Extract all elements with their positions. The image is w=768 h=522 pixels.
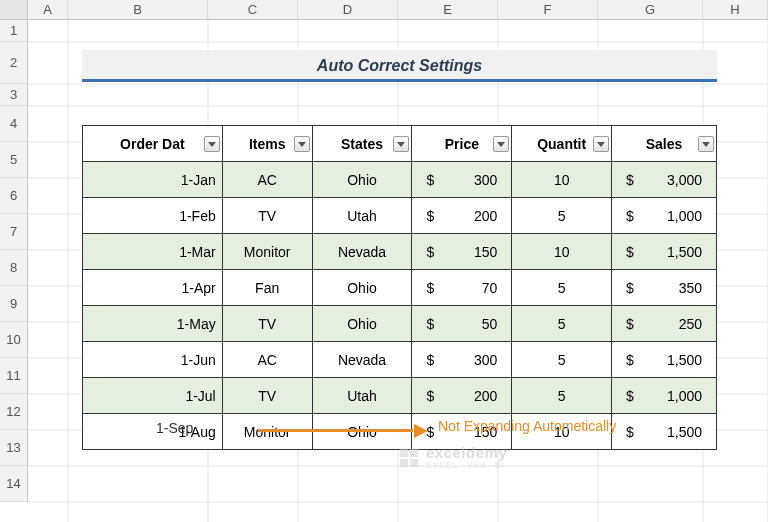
cell-item[interactable]: AC: [222, 342, 312, 378]
watermark-sub: EXCEL · VBA · BI: [426, 461, 507, 470]
table-row[interactable]: 1-MarMonitorNevada$15010$1,500: [83, 234, 717, 270]
filter-button[interactable]: [698, 136, 714, 152]
cell-qty[interactable]: 5: [512, 378, 612, 414]
cell-date[interactable]: 1-Jan: [83, 162, 223, 198]
sheet-area[interactable]: Auto Correct Settings Order Dat Items St…: [28, 20, 768, 502]
row-header-8[interactable]: 8: [0, 250, 27, 286]
row-header-3[interactable]: 3: [0, 84, 27, 106]
column-header-G[interactable]: G: [598, 0, 703, 19]
note-text: Not Expanding Autometically: [438, 418, 616, 434]
table-row[interactable]: 1-JanACOhio$30010$3,000: [83, 162, 717, 198]
cell-sales[interactable]: $1,500: [612, 342, 717, 378]
filter-button[interactable]: [294, 136, 310, 152]
row-header-9[interactable]: 9: [0, 286, 27, 322]
cell-state[interactable]: Nevada: [312, 342, 412, 378]
cell-price[interactable]: $200: [412, 378, 512, 414]
select-all-corner[interactable]: [0, 0, 28, 19]
cell-item[interactable]: TV: [222, 198, 312, 234]
cell-state[interactable]: Ohio: [312, 162, 412, 198]
row-header-14[interactable]: 14: [0, 466, 27, 502]
cell-state[interactable]: Ohio: [312, 270, 412, 306]
row-header-13[interactable]: 13: [0, 430, 27, 466]
cell-qty[interactable]: 5: [512, 342, 612, 378]
cell-sales[interactable]: $1,000: [612, 198, 717, 234]
cell-date[interactable]: 1-May: [83, 306, 223, 342]
header-states[interactable]: States: [312, 126, 412, 162]
cell-price[interactable]: $300: [412, 162, 512, 198]
cell-price[interactable]: $50: [412, 306, 512, 342]
table-row[interactable]: 1-JulTVUtah$2005$1,000: [83, 378, 717, 414]
filter-button[interactable]: [393, 136, 409, 152]
column-header-D[interactable]: D: [298, 0, 398, 19]
column-header-H[interactable]: H: [703, 0, 768, 19]
header-label: Order Dat: [120, 136, 185, 152]
header-label: Sales: [646, 136, 683, 152]
cell-item[interactable]: TV: [222, 378, 312, 414]
cell-date[interactable]: 1-Mar: [83, 234, 223, 270]
cell-sales[interactable]: $1,000: [612, 378, 717, 414]
cell-qty[interactable]: 5: [512, 270, 612, 306]
column-header-E[interactable]: E: [398, 0, 498, 19]
cell-date[interactable]: 1-Jun: [83, 342, 223, 378]
cell-state[interactable]: Utah: [312, 378, 412, 414]
table-row[interactable]: 1-MayTVOhio$505$250: [83, 306, 717, 342]
extra-date-cell[interactable]: 1-Sep: [156, 420, 193, 436]
row-header-1[interactable]: 1: [0, 20, 27, 42]
header-sales[interactable]: Sales: [612, 126, 717, 162]
table-row[interactable]: 1-AprFanOhio$705$350: [83, 270, 717, 306]
row-header-7[interactable]: 7: [0, 214, 27, 250]
column-header-C[interactable]: C: [208, 0, 298, 19]
row-header-6[interactable]: 6: [0, 178, 27, 214]
cell-sales[interactable]: $250: [612, 306, 717, 342]
cell-price[interactable]: $300: [412, 342, 512, 378]
cell-price[interactable]: $200: [412, 198, 512, 234]
watermark-icon: [398, 447, 420, 469]
cell-state[interactable]: Nevada: [312, 234, 412, 270]
filter-button[interactable]: [493, 136, 509, 152]
row-header-12[interactable]: 12: [0, 394, 27, 430]
cell-qty[interactable]: 5: [512, 306, 612, 342]
header-items[interactable]: Items: [222, 126, 312, 162]
cell-qty[interactable]: 10: [512, 234, 612, 270]
filter-button[interactable]: [593, 136, 609, 152]
row-header-2[interactable]: 2: [0, 42, 27, 84]
svg-rect-24: [400, 459, 408, 467]
cell-sales[interactable]: $3,000: [612, 162, 717, 198]
cell-date[interactable]: 1-Aug: [83, 414, 223, 450]
cell-sales[interactable]: $1,500: [612, 234, 717, 270]
cell-state[interactable]: Ohio: [312, 306, 412, 342]
row-header-4[interactable]: 4: [0, 106, 27, 142]
watermark-brand: exceldemy: [426, 445, 507, 461]
row-header-11[interactable]: 11: [0, 358, 27, 394]
svg-rect-22: [400, 448, 408, 456]
cell-qty[interactable]: 5: [512, 198, 612, 234]
cell-sales[interactable]: $350: [612, 270, 717, 306]
cell-price[interactable]: $150: [412, 234, 512, 270]
watermark: exceldemy EXCEL · VBA · BI: [398, 445, 507, 470]
cell-state[interactable]: Utah: [312, 198, 412, 234]
cell-item[interactable]: TV: [222, 306, 312, 342]
column-header-A[interactable]: A: [28, 0, 68, 19]
cell-item[interactable]: Monitor: [222, 234, 312, 270]
cell-item[interactable]: AC: [222, 162, 312, 198]
column-headers: ABCDEFGH: [0, 0, 768, 20]
column-header-F[interactable]: F: [498, 0, 598, 19]
cell-price[interactable]: $70: [412, 270, 512, 306]
header-price[interactable]: Price: [412, 126, 512, 162]
header-quantity[interactable]: Quantit: [512, 126, 612, 162]
header-order-date[interactable]: Order Dat: [83, 126, 223, 162]
table-row[interactable]: 1-JunACNevada$3005$1,500: [83, 342, 717, 378]
table-row[interactable]: 1-FebTVUtah$2005$1,000: [83, 198, 717, 234]
row-header-5[interactable]: 5: [0, 142, 27, 178]
data-table: Order Dat Items States Price Quantit Sal…: [82, 125, 717, 450]
page-title: Auto Correct Settings: [82, 50, 717, 82]
row-header-10[interactable]: 10: [0, 322, 27, 358]
column-header-B[interactable]: B: [68, 0, 208, 19]
cell-qty[interactable]: 10: [512, 162, 612, 198]
cell-date[interactable]: 1-Jul: [83, 378, 223, 414]
cell-sales[interactable]: $1,500: [612, 414, 717, 450]
cell-date[interactable]: 1-Apr: [83, 270, 223, 306]
cell-item[interactable]: Fan: [222, 270, 312, 306]
cell-date[interactable]: 1-Feb: [83, 198, 223, 234]
filter-button[interactable]: [204, 136, 220, 152]
